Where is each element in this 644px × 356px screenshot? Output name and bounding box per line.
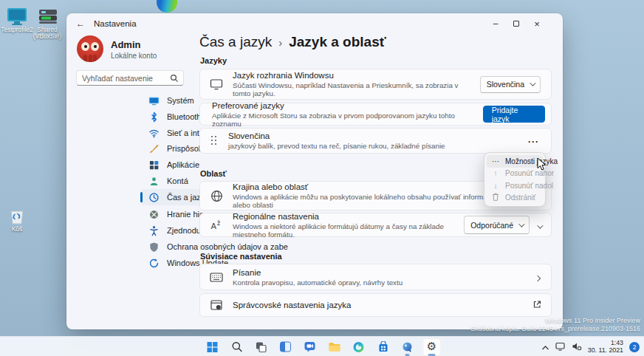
clock-date: 30. 11. 2021 [588, 347, 623, 355]
apps-icon [148, 160, 160, 171]
task-view-button[interactable] [253, 338, 270, 356]
regional-format-icon: Až [210, 219, 223, 231]
chevron-down-icon [518, 221, 524, 227]
legacy-window-icon [210, 300, 222, 311]
close-button[interactable]: × [527, 17, 547, 30]
selected-indicator [140, 192, 143, 202]
paint-3d-button[interactable] [399, 338, 417, 356]
avatar-detail [89, 55, 92, 62]
selected-language: Slovenčina [487, 80, 524, 89]
page-title: Jazyk a oblasť [289, 34, 386, 50]
active-indicator [428, 354, 436, 355]
preferred-languages-row: Preferované jazyky Aplikácie z Microsoft… [199, 103, 552, 126]
desktop-icon-testprofile[interactable] [6, 7, 28, 27]
profile-name: Admin [111, 39, 140, 50]
xbox-icon [148, 209, 160, 220]
folder-icon [328, 342, 340, 352]
menu-item-remove: Odstrániť [487, 192, 543, 205]
section-related: Súvisiace nastavenia [200, 252, 282, 261]
search-icon [170, 74, 179, 83]
volume-icon [572, 342, 582, 351]
widgets-icon [280, 341, 292, 352]
row-desc: Kontrola pravopisu, automatické opravy, … [233, 278, 530, 287]
display-icon [210, 78, 223, 90]
avatar-eye [91, 42, 99, 51]
maximize-icon [513, 21, 519, 27]
edge-button[interactable] [350, 338, 368, 356]
trash-icon [491, 193, 500, 202]
tray-display-button[interactable] [555, 340, 566, 354]
system-icon [148, 95, 160, 106]
avatar-detail [93, 55, 97, 62]
screen: Testprofile2 Shared (VBoxSvr) Kôš ← Nast… [0, 0, 644, 356]
breadcrumb: Čas a jazyk › Jazyk a oblasť [199, 34, 386, 50]
window-title: Nastavenia [94, 19, 137, 28]
running-indicator [405, 354, 410, 355]
row-desc: Aplikácie z Microsoft Storu sa zobrazia … [212, 112, 477, 128]
brush-icon [148, 143, 160, 154]
tray-overflow-button[interactable] [541, 340, 549, 354]
more-options-icon: ··· [528, 137, 539, 147]
paint-3d-icon [402, 341, 414, 353]
back-icon: ← [76, 18, 85, 29]
row-title: Písanie [233, 268, 530, 277]
chat-icon [304, 341, 316, 352]
shared-drive-icon [37, 7, 59, 27]
search-input[interactable] [82, 71, 169, 85]
menu-item-language-options[interactable]: ··· Možnosti jazyka [487, 155, 543, 168]
add-language-button[interactable]: Pridajte jazyk [483, 106, 545, 123]
close-icon: × [534, 18, 540, 30]
windows-logo-icon [207, 341, 219, 353]
recycle-bin-label: Kôš [0, 226, 39, 233]
language-more-button[interactable]: ··· [528, 134, 539, 148]
store-icon [377, 341, 388, 352]
regional-format-select[interactable]: Odporúčané [464, 216, 530, 234]
search-box[interactable] [76, 70, 184, 86]
file-explorer-button[interactable] [326, 338, 343, 356]
desktop-icon-shared-folder[interactable] [37, 7, 59, 27]
minimize-button[interactable]: – [486, 17, 505, 30]
update-icon [148, 258, 160, 269]
row-title: Správcovské nastavenia jazyka [233, 301, 527, 309]
chat-button[interactable] [301, 338, 319, 356]
chevron-down-icon [537, 222, 543, 228]
taskbar-clock[interactable]: 1:43 30. 11. 2021 [588, 340, 623, 354]
taskbar-search-button[interactable] [228, 338, 246, 356]
recycle-bin-icon[interactable] [8, 208, 26, 225]
settings-taskbar-button[interactable]: ⚙ [423, 338, 441, 356]
minimize-icon: – [493, 18, 499, 29]
typing-row[interactable]: Písanie Kontrola pravopisu, automatické … [199, 264, 552, 290]
chevron-down-icon [530, 80, 535, 86]
drag-handle[interactable] [211, 136, 217, 146]
display-tray-icon [555, 342, 566, 351]
expand-row-button[interactable] [537, 219, 541, 232]
ui-language-select[interactable]: Slovenčina [480, 76, 541, 93]
keyboard-icon [210, 273, 223, 282]
microsoft-store-button[interactable] [374, 338, 392, 356]
chevron-up-icon [541, 345, 549, 351]
notification-badge[interactable]: 2 [629, 342, 640, 352]
search-icon [231, 341, 242, 352]
row-title: Regionálne nastavenia [233, 212, 458, 221]
options-icon: ··· [491, 157, 500, 165]
tray-volume-button[interactable] [572, 340, 582, 354]
selected-format: Odporúčané [470, 221, 513, 230]
bluetooth-icon [148, 112, 160, 123]
language-item-row: Slovenčina jazykový balík, prevod textu … [199, 128, 552, 154]
insider-watermark: Windows 11 Pro Insider Preview Skúšobná … [470, 317, 640, 332]
section-languages: Jazyky [200, 56, 227, 65]
avatar-eye [81, 42, 89, 51]
widgets-button[interactable] [277, 338, 295, 356]
monitor-shortcut-icon [6, 7, 28, 27]
maximize-button[interactable] [507, 17, 526, 30]
task-view-icon [256, 341, 267, 353]
admin-language-row[interactable]: Správcovské nastavenia jazyka [199, 293, 552, 317]
accessibility-icon [148, 225, 160, 236]
row-desc: Súčasti Windowsu, napríklad Nastavenia a… [233, 81, 474, 97]
mouse-cursor [537, 157, 547, 171]
start-button[interactable] [204, 338, 222, 356]
back-button[interactable]: ← [74, 18, 87, 30]
breadcrumb-parent[interactable]: Čas a jazyk [199, 34, 272, 50]
edge-logo-peek[interactable] [157, 0, 177, 13]
avatar[interactable] [77, 35, 103, 62]
